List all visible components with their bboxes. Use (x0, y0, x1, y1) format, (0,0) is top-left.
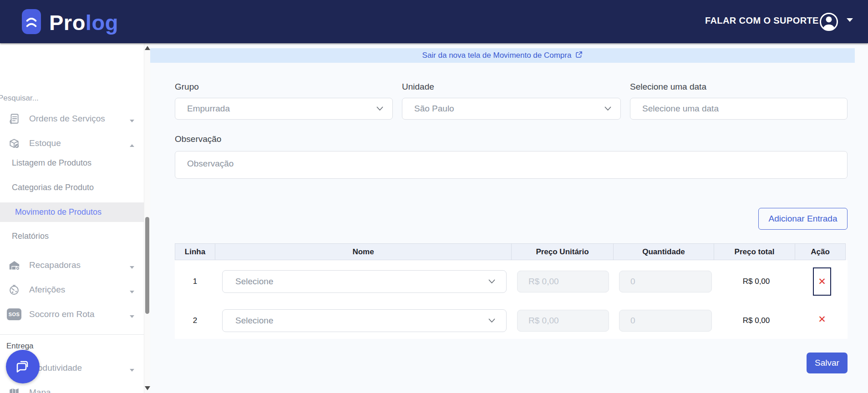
row1-product-select-value: Selecione (235, 277, 273, 287)
sidebar-scrollbar[interactable] (144, 43, 150, 393)
sidebar-item-recapadoras[interactable]: Recapadoras (0, 258, 144, 272)
chevron-down-icon (129, 263, 135, 271)
sidebar-item-estoque[interactable]: Estoque (0, 136, 144, 151)
brand-wordmark: Prolog (49, 10, 118, 35)
chevron-down-icon (376, 106, 383, 111)
exit-new-screen-link[interactable]: Sair da nova tela de Movimento de Compra (422, 51, 572, 60)
work-order-document-icon (7, 112, 21, 126)
row2-product-select-value: Selecione (235, 316, 273, 326)
row2-delete-button[interactable]: ✕ (813, 313, 831, 326)
grupo-select[interactable]: Empurrada (175, 98, 393, 120)
sidebar-subitem-categorias-de-produto[interactable]: Categorias de Produto (12, 183, 94, 192)
sidebar-item-label: Aferições (29, 285, 65, 295)
chevron-up-icon (129, 141, 135, 149)
top-header: Prolog FALAR COM O SUPORTE (0, 0, 868, 43)
grupo-select-value: Empurrada (187, 104, 230, 114)
brand-log: log (86, 10, 118, 35)
col-header-nome: Nome (215, 243, 512, 260)
sidebar-item-label: Recapadoras (29, 260, 81, 270)
delete-x-icon: ✕ (818, 314, 826, 325)
sidebar-divider (0, 334, 144, 335)
sidebar-section-entrega: Entrega (6, 342, 34, 351)
row2-product-select[interactable]: Selecione (222, 309, 507, 332)
row1-delete-button[interactable]: ✕ (813, 267, 831, 296)
col-header-quantidade: Quantidade (613, 243, 714, 260)
sidebar-item-label: Mapa (29, 388, 51, 393)
unidade-select[interactable]: São Paulo (402, 98, 621, 120)
account-menu-caret-icon[interactable] (847, 18, 853, 22)
save-button[interactable]: Salvar (807, 353, 848, 373)
add-entry-button[interactable]: Adicionar Entrada (758, 208, 848, 230)
chevron-down-icon (129, 390, 135, 393)
gauge-icon (7, 283, 21, 297)
col-header-preco-unitario: Preço Unitário (511, 243, 614, 260)
row1-quantity-input (619, 271, 712, 292)
exit-new-screen-banner: Sair da nova tela de Movimento de Compra (150, 48, 855, 63)
chevron-down-icon (488, 279, 495, 284)
row2-total-price: R$ 0,00 (716, 316, 797, 325)
col-header-acao: Ação (795, 243, 846, 260)
row2-unit-price-input (517, 310, 609, 332)
unidade-label: Unidade (402, 82, 434, 92)
sidebar-subitem-movimento-de-produtos[interactable]: Movimento de Produtos (15, 207, 102, 217)
retreader-warehouse-icon (7, 258, 21, 272)
chevron-down-icon (488, 318, 495, 323)
chevron-down-icon (129, 366, 135, 374)
row-linha-number: 1 (175, 277, 215, 286)
col-header-preco-total: Preço total (714, 243, 795, 260)
row-linha-number: 2 (175, 316, 215, 325)
entries-table-header: Linha Nome Preço Unitário Quantidade Pre… (175, 243, 848, 260)
sidebar-item-socorro-em-rota[interactable]: SOS Socorro em Rota (0, 307, 144, 322)
scrollbar-thumb[interactable] (145, 217, 149, 314)
search-input[interactable]: Pesquisar... (0, 94, 39, 103)
app-window: Prolog FALAR COM O SUPORTE Pesquisar... … (0, 0, 868, 393)
scroll-up-arrow-icon[interactable] (145, 46, 150, 50)
row1-unit-price-input (517, 271, 609, 292)
sidebar-item-label: Estoque (29, 138, 61, 148)
sidebar-subitem-relatorios[interactable]: Relatórios (12, 232, 49, 241)
external-link-icon[interactable] (575, 51, 583, 60)
row1-total-price: R$ 0,00 (716, 277, 797, 286)
date-label: Selecione uma data (630, 82, 706, 92)
chevron-down-icon (129, 287, 135, 296)
sidebar: Pesquisar... Ordens de Serviços (0, 43, 144, 393)
chevron-down-icon (129, 116, 135, 125)
col-header-linha: Linha (175, 243, 215, 260)
chevron-down-icon (129, 312, 135, 320)
sidebar-subitem-listagem-de-produtos[interactable]: Listagem de Produtos (12, 158, 91, 168)
map-icon (7, 386, 21, 393)
chevron-down-icon (604, 106, 611, 111)
row2-quantity-input (619, 310, 712, 332)
prolog-logo-icon[interactable] (22, 9, 41, 34)
sidebar-item-label: Ordens de Serviços (29, 114, 105, 124)
chat-fab-button[interactable] (6, 350, 40, 383)
date-input[interactable] (630, 98, 848, 120)
sidebar-item-afericoes[interactable]: Aferições (0, 282, 144, 297)
support-link[interactable]: FALAR COM O SUPORTE (705, 15, 819, 26)
row1-product-select[interactable]: Selecione (222, 270, 507, 293)
chat-bubbles-icon (15, 358, 31, 376)
sos-icon: SOS (7, 307, 21, 321)
inventory-box-icon (7, 136, 21, 150)
brand-pro: Pro (49, 10, 86, 35)
sidebar-item-ordens-de-servicos[interactable]: Ordens de Serviços (0, 111, 144, 126)
sidebar-item-label: Socorro em Rota (29, 309, 95, 319)
observacao-label: Observação (175, 134, 221, 144)
scroll-down-arrow-icon[interactable] (145, 386, 150, 390)
observacao-textarea[interactable] (175, 151, 848, 179)
sidebar-item-mapa[interactable]: Mapa (0, 385, 144, 393)
unidade-select-value: São Paulo (414, 104, 454, 114)
user-avatar-icon[interactable] (819, 12, 838, 31)
grupo-label: Grupo (175, 82, 199, 92)
delete-x-icon: ✕ (818, 276, 826, 287)
